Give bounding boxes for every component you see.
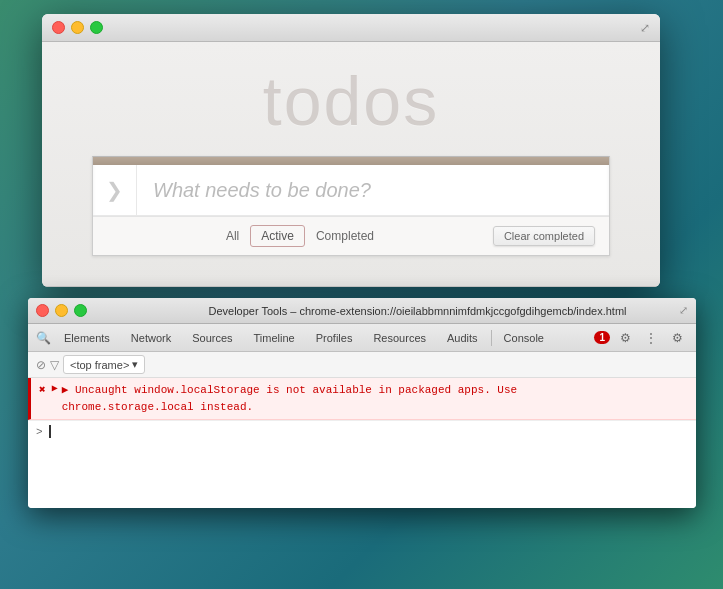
devtools-close-button[interactable]: [36, 304, 49, 317]
todos-input-area: ❯ All Active Completed Clear completed: [92, 156, 610, 256]
console-prompt: >: [36, 426, 43, 438]
console-error-text: ▶ Uncaught window.localStorage is not av…: [62, 382, 518, 415]
todos-titlebar: ⤢: [42, 14, 660, 42]
filter-icon[interactable]: ▽: [50, 358, 59, 372]
tab-elements[interactable]: Elements: [54, 324, 121, 352]
todos-title: todos: [42, 62, 660, 140]
todos-window: ⤢ todos ❯ All Active Completed Clear com…: [42, 14, 660, 287]
filter-group: All Active Completed: [107, 225, 493, 247]
filter-all-button[interactable]: All: [215, 225, 250, 247]
console-error-row: ✖ ▶ ▶ Uncaught window.localStorage is no…: [28, 378, 696, 420]
search-icon[interactable]: 🔍: [32, 327, 54, 349]
devtools-minimize-button[interactable]: [55, 304, 68, 317]
frame-selector-label: <top frame>: [70, 359, 129, 371]
clear-completed-button[interactable]: Clear completed: [493, 226, 595, 246]
devtools-window-controls: [36, 304, 87, 317]
tab-console[interactable]: Console: [494, 324, 555, 352]
devtools-expand-icon[interactable]: ⤢: [679, 304, 688, 317]
tab-sources[interactable]: Sources: [182, 324, 243, 352]
toolbar-right-icons: 1 ⚙ ⋮ ⚙: [594, 327, 692, 349]
devtools-title: Developer Tools – chrome-extension://oie…: [147, 305, 688, 317]
maximize-button[interactable]: [90, 21, 103, 34]
devtools-maximize-button[interactable]: [74, 304, 87, 317]
tab-network[interactable]: Network: [121, 324, 182, 352]
expand-error-icon[interactable]: ▶: [52, 382, 58, 394]
close-button[interactable]: [52, 21, 65, 34]
minimize-button[interactable]: [71, 21, 84, 34]
filter-completed-button[interactable]: Completed: [305, 225, 385, 247]
devtools-toolbar: 🔍 Elements Network Sources Timeline Prof…: [28, 324, 696, 352]
tab-timeline[interactable]: Timeline: [244, 324, 306, 352]
toolbar-separator: [491, 330, 492, 346]
filter-active-button[interactable]: Active: [250, 225, 305, 247]
devtools-titlebar: Developer Tools – chrome-extension://oie…: [28, 298, 696, 324]
devtools-subbar: ⊘ ▽ <top frame> ▾: [28, 352, 696, 378]
chevron-down-icon[interactable]: ❯: [93, 165, 137, 215]
expand-icon[interactable]: ⤢: [640, 21, 650, 35]
frame-selector-arrow: ▾: [132, 358, 138, 371]
todos-footer: All Active Completed Clear completed: [93, 216, 609, 255]
todo-input[interactable]: [137, 165, 609, 215]
header-bar: [93, 157, 609, 165]
tab-audits[interactable]: Audits: [437, 324, 489, 352]
settings-icon[interactable]: ⚙: [666, 327, 688, 349]
devtools-window: Developer Tools – chrome-extension://oie…: [28, 298, 696, 508]
filter-icon[interactable]: ⚙: [614, 327, 636, 349]
error-icon: ✖: [39, 383, 46, 396]
frame-selector[interactable]: <top frame> ▾: [63, 355, 145, 374]
devtools-console: ✖ ▶ ▶ Uncaught window.localStorage is no…: [28, 378, 696, 508]
dock-icon[interactable]: ⋮: [640, 327, 662, 349]
tab-resources[interactable]: Resources: [363, 324, 437, 352]
todos-app: todos ❯ All Active Completed Clear compl…: [42, 42, 660, 287]
console-input-row: >: [28, 420, 696, 442]
window-controls: [52, 21, 103, 34]
error-count-badge: 1: [594, 331, 610, 344]
input-row: ❯: [93, 165, 609, 216]
block-icon[interactable]: ⊘: [36, 358, 46, 372]
console-cursor: [49, 425, 51, 438]
tab-profiles[interactable]: Profiles: [306, 324, 364, 352]
